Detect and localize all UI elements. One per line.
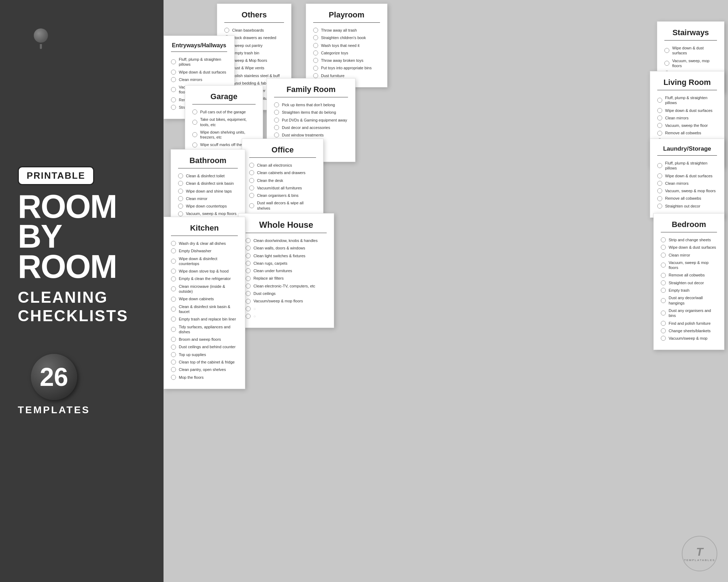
list-item: Clean mirror — [661, 253, 717, 258]
templates-badge: 26 TEMPLATES — [18, 354, 90, 416]
list-item: Fluff, plump & straighten pillows — [171, 57, 227, 67]
list-item: Top up supplies — [171, 352, 238, 357]
list-item: Clean & disinfect sink basin — [178, 181, 238, 186]
list-item: Vacuum/sweep & mop — [661, 336, 717, 341]
list-item: Clean walls, doors & windows — [246, 246, 327, 250]
list-item: Throw away all trash — [313, 28, 380, 33]
kitchen-title: Kitchen — [171, 223, 238, 236]
list-item: Straighten children's book — [313, 35, 380, 40]
subtitle: CLEANING CHECKLISTS — [18, 288, 128, 326]
list-item: Vacuum/sweep & mop floors — [246, 298, 327, 303]
list-item: Wipe down cabinets — [171, 296, 238, 301]
list-item: Wipe down & dust surfaces — [657, 173, 717, 178]
list-item: Clean all electronics — [249, 163, 316, 168]
others-title: Others — [224, 10, 284, 23]
list-item: Empty & clean the refrigerator — [171, 276, 238, 281]
whole-title: Whole House — [246, 220, 327, 233]
list-item: Clean microwave (inside & outside) — [171, 284, 238, 294]
list-item: Change sheets/blankets — [661, 328, 717, 333]
list-item: Dust window treatments — [274, 133, 348, 138]
list-item: Empty trash and replace bin liner — [171, 317, 238, 322]
entryways-title: Entryways/Hallways — [171, 42, 227, 52]
list-item: Clean light switches & fixtures — [246, 253, 327, 258]
list-item: Remove all cobwebs — [657, 196, 717, 201]
list-item: Clean pantry, open shelves — [171, 367, 238, 372]
list-item: Clean organisers & bins — [249, 193, 316, 198]
list-item: Straighten out decor — [661, 280, 717, 285]
thumbtack — [32, 28, 50, 46]
stairways-title: Stairways — [664, 28, 717, 41]
printable-label: PRINTABLE — [27, 170, 85, 181]
list-item: Dust any decor/wall hangings — [661, 295, 717, 306]
templates-count: 26 — [40, 362, 68, 392]
list-item: Empty trash — [661, 288, 717, 293]
bathroom-title: Bathroom — [178, 156, 238, 168]
list-item: Clean mirror — [178, 196, 238, 201]
list-item: ○ — [246, 314, 327, 319]
laundry-title: Laundry/Storage — [657, 145, 717, 156]
list-item: Empty Dishwasher — [171, 248, 238, 253]
card-laundry: Laundry/Storage Fluff, plump & straighte… — [650, 139, 724, 218]
list-item: ○ — [246, 306, 327, 311]
list-item: Straighten items that do belong — [274, 110, 348, 115]
list-item: Wipe down & disinfect countertops — [171, 256, 238, 266]
list-item: Wash toys that need it — [313, 43, 380, 48]
watermark-text: TEMPLATABLES — [684, 559, 715, 562]
list-item: Dust decor and accessories — [274, 125, 348, 130]
list-item: Clean mirrors — [657, 181, 717, 186]
list-item: Put DVDs & Gaming equipment away — [274, 118, 348, 123]
left-panel: PRINTABLE ROOM BY ROOM CLEANING CHECKLIS… — [0, 0, 164, 582]
list-item: Clean baseboards — [224, 28, 284, 33]
list-item: Broom and sweep floors — [171, 337, 238, 342]
list-item: Dust furniture — [313, 73, 380, 78]
list-item: Clean electronic-TV, computers, etc — [246, 284, 327, 289]
list-item: Replace air filters — [246, 276, 327, 281]
list-item: Remove all cobwebs — [661, 273, 717, 277]
list-item: Strip and change sheets — [661, 237, 717, 242]
list-item: Remove all cobwebs — [657, 130, 717, 135]
list-item: Clean mirrors — [171, 77, 227, 82]
list-item: Pick up items that don't belong — [274, 102, 348, 107]
list-item: Clean mirrors — [657, 115, 717, 120]
list-item: Clean top of the cabinet & fridge — [171, 360, 238, 365]
card-bedroom: Bedroom Strip and change sheets Wipe dow… — [653, 213, 724, 350]
list-item: Dust wall decors & wipe all shelves — [249, 200, 316, 211]
list-item: Vacuum, sweep the floor — [657, 123, 717, 128]
list-item: Dust ceilings — [246, 291, 327, 296]
templates-label: TEMPLATES — [18, 404, 90, 416]
list-item: Wipe down and shine taps — [178, 189, 238, 194]
list-item: Wipe down & dust surfaces — [664, 45, 717, 56]
list-item: Dust ceilings and behind counter — [171, 344, 238, 349]
list-item: Wipe down stove top & hood — [171, 269, 238, 274]
list-item: Fluff, plump & straighten pillows — [657, 161, 717, 171]
list-item: Vacuum, sweep & mop floors — [661, 260, 717, 270]
printable-badge: PRINTABLE — [18, 166, 94, 185]
list-item: Mop the floors — [171, 375, 238, 380]
list-item: Categorize toys — [313, 50, 380, 55]
list-item: Throw away broken toys — [313, 58, 380, 63]
list-item: Vacuum, sweep & mop floors — [657, 188, 717, 193]
list-item: Put toys into appropriate bins — [313, 65, 380, 70]
list-item: Clean & disinfect sink basin & faucet — [171, 304, 238, 314]
list-item: Straighten out decor — [657, 204, 717, 209]
list-item: Take out bikes, equipment, tools, etc — [192, 117, 256, 127]
list-item: Clean cabinets and drawers — [249, 170, 316, 175]
playroom-title: Playroom — [313, 10, 380, 23]
templates-circle: 26 — [31, 354, 77, 400]
list-item: Wash dry & clear all dishes — [171, 241, 238, 246]
list-item: Wipe down & dust surfaces — [657, 108, 717, 113]
card-kitchen: Kitchen Wash dry & clear all dishes Empt… — [164, 217, 245, 389]
office-title: Office — [249, 145, 316, 158]
list-item: Fluff, plump & straighten pillows — [657, 95, 717, 106]
list-item: Pull cars out of the garage — [192, 109, 256, 114]
card-playroom: Playroom Throw away all trash Straighten… — [306, 4, 387, 87]
watermark: T TEMPLATABLES — [682, 536, 717, 571]
title-main: ROOM BY ROOM — [18, 192, 146, 282]
living-title: Living Room — [657, 78, 717, 90]
watermark-letter: T — [696, 545, 703, 559]
family-title: Family Room — [274, 85, 348, 97]
garage-title: Garage — [192, 92, 256, 104]
list-item: Clean rugs, carpets — [246, 261, 327, 266]
list-item: Vacuum, sweep, mop floors — [664, 58, 717, 69]
list-item: Wipe down & dust surfaces — [661, 245, 717, 250]
